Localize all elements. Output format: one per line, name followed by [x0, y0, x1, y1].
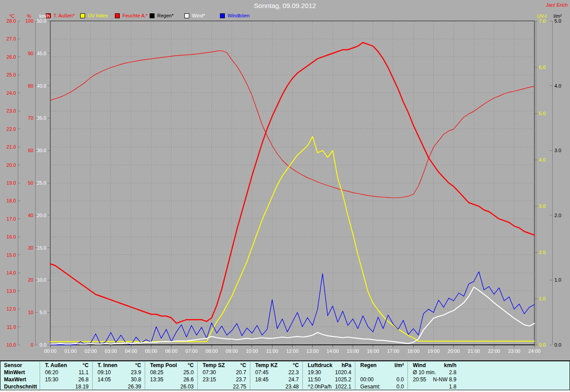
- sensor-measure-value: 0.0: [396, 384, 404, 390]
- table-column-separator: [197, 362, 198, 389]
- x-axis-label: 10:00: [246, 348, 258, 354]
- sensor-measure-value: 11.1: [79, 369, 89, 376]
- sensor-unit: l/m²: [395, 362, 404, 369]
- temp-tick-label: 15.0: [7, 252, 16, 258]
- temp-tick-label: 24.0: [7, 90, 16, 96]
- plot-border: [50, 21, 534, 345]
- x-axis-label: 20:00: [448, 348, 460, 354]
- humidity-tick-label: 10: [28, 310, 33, 315]
- sensor-time-value: 20:55: [413, 376, 426, 383]
- sensor-name: T. Innen: [98, 362, 118, 369]
- sensor-time-value: 23:15: [203, 376, 216, 383]
- table-column-separator: [145, 362, 145, 389]
- sensor-name: Temp SZ: [203, 362, 225, 369]
- sensor-unit: °C: [293, 362, 299, 369]
- table-column-separator: [250, 362, 250, 389]
- x-axis-label: 12:00: [286, 348, 299, 354]
- sensor-time-value: Ø 10 min.: [413, 369, 436, 376]
- uv-tick-label: 6.0: [539, 65, 546, 70]
- temp-tick-label: 20.0: [7, 162, 16, 168]
- humidity-axis-unit-label: %: [27, 13, 31, 19]
- x-axis-label: 14:00: [326, 348, 339, 354]
- uv-tick-label: 2.0: [539, 250, 546, 255]
- temp-tick-label: 27.0: [7, 36, 16, 41]
- wind-axis-unit-label: km/h: [39, 13, 50, 19]
- sensor-time-value: Gesamt:: [360, 384, 380, 390]
- sensor-time-value: 09:10: [98, 369, 111, 376]
- temp-tick-label: 23.0: [7, 108, 16, 113]
- x-axis-label: 11:00: [266, 348, 278, 354]
- table-row-label: MinWert: [4, 369, 25, 376]
- sensor-time-value: 08:25: [150, 369, 163, 376]
- x-axis-label: 07:00: [185, 348, 198, 354]
- uv-tick-label: 7.0: [539, 18, 546, 24]
- x-axis-label: 21:00: [468, 348, 480, 354]
- x-axis-label: 08:00: [206, 348, 218, 354]
- temp-tick-label: 19.0: [7, 180, 16, 186]
- sensor-measure-value: 18.19: [75, 384, 89, 390]
- temp-axis-unit-label: °C: [9, 13, 15, 19]
- x-axis-label: 13:00: [306, 348, 319, 354]
- humidity-tick-label: 30: [28, 245, 33, 251]
- humidity-tick-label: 20: [28, 277, 33, 283]
- x-axis-label: 19:00: [428, 348, 440, 354]
- sensor-measure-value: 23.9: [131, 369, 141, 376]
- wind-tick-label: 40.0: [37, 83, 46, 89]
- sensor-time-value: ^2.0hPa/h: [308, 384, 332, 390]
- x-axis-label: 24:00: [528, 348, 541, 354]
- x-axis-label: 15:00: [347, 348, 359, 354]
- sensor-unit: °C: [83, 362, 89, 369]
- wind-tick-label: 5.0: [40, 310, 46, 315]
- sensor-unit: °C: [240, 362, 246, 369]
- sensor-measure-value: 0.0: [396, 376, 404, 383]
- temp-tick-label: 25.0: [7, 72, 16, 77]
- temp-tick-label: 13.0: [7, 288, 16, 294]
- sensor-measure-value: 2.8: [449, 369, 456, 376]
- wind-tick-label: 30.0: [37, 148, 46, 153]
- sensor-measure-value: 23.7: [236, 376, 246, 383]
- table-row-label: MaxWert: [4, 376, 26, 383]
- rain-tick-label: 1.0: [554, 277, 561, 283]
- table-bottom-strip: [0, 390, 570, 392]
- x-axis-label: 01:00: [65, 348, 77, 354]
- x-axis-label: 05:00: [145, 348, 158, 354]
- humidity-tick-label: 40: [28, 213, 33, 218]
- sensor-measure-value: 24.7: [289, 376, 299, 383]
- sensor-measure-value: 20.7: [236, 369, 246, 376]
- sensor-time-value: 00:00: [360, 376, 374, 383]
- temp-tick-label: 28.0: [7, 18, 16, 24]
- sensor-name: Luftdruck: [308, 362, 332, 369]
- humidity-tick-label: 0: [31, 342, 33, 348]
- sensor-unit: hPa: [342, 362, 351, 369]
- series-wind-line: [50, 272, 534, 345]
- humidity-tick-label: 100: [25, 18, 33, 24]
- x-axis-label: 03:00: [105, 348, 117, 354]
- sensor-measure-value: 1022.1: [335, 384, 351, 390]
- sensor-measure-value: 25.0: [183, 369, 194, 376]
- sensor-measure-value: N-NW 8.9: [433, 376, 456, 383]
- rain-axis-unit-label: l/m²: [554, 13, 562, 19]
- sensor-name: Wind: [413, 362, 426, 369]
- rain-tick-label: 5.0: [554, 18, 561, 24]
- table-column-separator: [302, 362, 303, 389]
- humidity-tick-label: 60: [28, 148, 33, 153]
- humidity-tick-label: 80: [28, 83, 33, 89]
- humidity-tick-label: 90: [28, 51, 33, 56]
- sensor-name: Regen: [360, 362, 377, 369]
- table-column-separator: [92, 362, 93, 389]
- sensor-name: Temp Pool: [150, 362, 177, 369]
- temp-tick-label: 14.0: [7, 270, 16, 275]
- wind-tick-label: 50.0: [37, 18, 46, 24]
- x-axis-label: 02:00: [85, 348, 97, 354]
- sensor-time-value: 14:05: [98, 376, 111, 383]
- uv-tick-label: 4.0: [539, 157, 546, 162]
- x-axis-label: 00:00: [44, 348, 57, 354]
- sensor-measure-value: 22.75: [233, 384, 246, 390]
- sensor-time-value: 19:30: [308, 369, 321, 376]
- sensor-unit: °C: [188, 362, 194, 369]
- temp-tick-label: 18.0: [7, 198, 16, 203]
- wind-tick-label: 0.0: [40, 342, 46, 348]
- table-column-separator: [40, 362, 40, 389]
- sensor-measure-value: 26.8: [78, 376, 89, 383]
- temp-tick-label: 11.0: [7, 324, 16, 330]
